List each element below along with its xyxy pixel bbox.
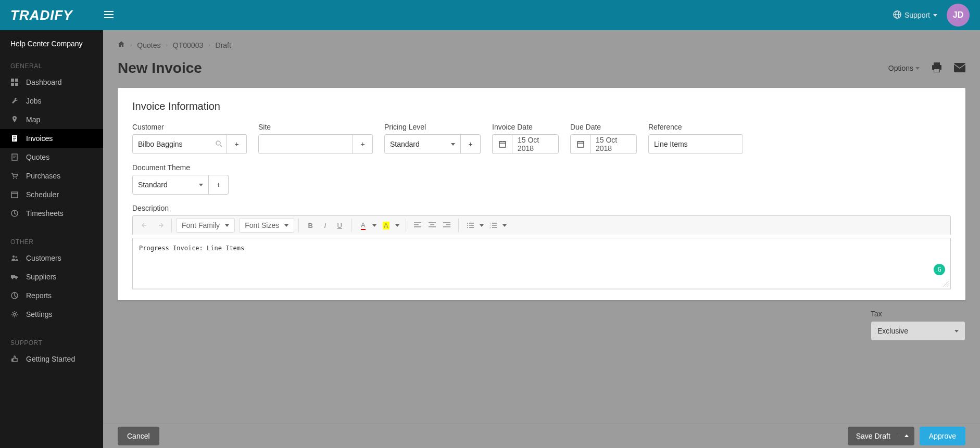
- sidebar-item-quotes[interactable]: Quotes: [0, 148, 103, 167]
- chevron-right-icon: ›: [166, 42, 167, 48]
- svg-point-26: [216, 141, 220, 145]
- sidebar-item-label: Invoices: [26, 134, 53, 143]
- search-icon: [215, 140, 222, 149]
- svg-rect-8: [12, 154, 17, 160]
- add-document-theme-button[interactable]: +: [209, 175, 229, 195]
- document-theme-label: Document Theme: [132, 163, 229, 172]
- number-list-dropdown[interactable]: [500, 218, 509, 233]
- description-textarea[interactable]: Progress Invoice: Line Items G: [132, 238, 951, 290]
- italic-button[interactable]: I: [318, 218, 332, 233]
- svg-rect-2: [11, 79, 14, 82]
- font-family-label: Font Family: [182, 221, 220, 229]
- piechart-icon: [10, 291, 19, 300]
- breadcrumb-quote-number[interactable]: QT00003: [173, 41, 203, 49]
- customer-value: Bilbo Baggins: [138, 140, 183, 148]
- due-date-input[interactable]: 15 Oct 2018: [570, 134, 637, 154]
- invoice-date-value: 15 Oct 2018: [512, 134, 559, 154]
- customer-input[interactable]: Bilbo Baggins: [132, 134, 227, 154]
- sidebar-item-reports[interactable]: Reports: [0, 286, 103, 305]
- add-site-button[interactable]: +: [353, 134, 373, 154]
- pricing-level-select[interactable]: Standard: [384, 134, 461, 154]
- highlight-button[interactable]: A: [379, 218, 393, 233]
- sidebar-item-timesheets[interactable]: Timesheets: [0, 204, 103, 223]
- email-icon[interactable]: [954, 63, 965, 74]
- sidebar-item-label: Dashboard: [26, 78, 62, 86]
- align-right-button[interactable]: [439, 218, 454, 233]
- invoice-date-input[interactable]: 15 Oct 2018: [492, 134, 559, 154]
- document-theme-select[interactable]: Standard: [132, 175, 209, 195]
- save-draft-dropdown[interactable]: [899, 434, 914, 437]
- grammarly-icon[interactable]: G: [934, 264, 945, 275]
- underline-button[interactable]: U: [332, 218, 347, 233]
- bullet-list-dropdown[interactable]: [478, 218, 486, 233]
- tax-label: Tax: [871, 310, 965, 318]
- reference-input[interactable]: Line Items: [648, 134, 743, 154]
- cancel-button[interactable]: Cancel: [118, 427, 159, 445]
- font-family-select[interactable]: Font Family: [176, 218, 235, 233]
- sidebar-item-scheduler[interactable]: Scheduler: [0, 185, 103, 204]
- support-menu[interactable]: Support: [893, 10, 937, 20]
- approve-button[interactable]: Approve: [920, 427, 965, 445]
- customer-label: Customer: [132, 123, 247, 131]
- svg-rect-4: [11, 83, 14, 86]
- sidebar-item-settings[interactable]: Settings: [0, 305, 103, 324]
- number-list-button[interactable]: 123: [486, 218, 500, 233]
- sidebar-section-general: GENERAL: [0, 57, 103, 73]
- tax-select[interactable]: Exclusive: [871, 321, 965, 341]
- breadcrumb-quotes[interactable]: Quotes: [137, 41, 160, 49]
- svg-rect-21: [934, 62, 940, 65]
- home-icon[interactable]: [118, 41, 125, 49]
- sidebar-section-other: OTHER: [0, 233, 103, 249]
- chevron-down-icon: [480, 224, 484, 227]
- save-draft-label: Save Draft: [848, 432, 899, 440]
- print-icon[interactable]: [931, 62, 943, 74]
- font-size-select[interactable]: Font Sizes: [239, 218, 294, 233]
- save-draft-button[interactable]: Save Draft: [848, 427, 914, 445]
- invoice-information-card: Invoice Information Customer Bilbo Baggi…: [118, 88, 965, 300]
- main-content: › Quotes › QT00003 › Draft New Invoice O…: [103, 30, 980, 448]
- bullet-list-button[interactable]: [463, 218, 478, 233]
- site-input[interactable]: [258, 134, 353, 154]
- svg-point-17: [16, 278, 17, 279]
- sidebar-item-map[interactable]: Map: [0, 110, 103, 129]
- sidebar-item-purchases[interactable]: Purchases: [0, 167, 103, 185]
- sidebar-item-getting-started[interactable]: Getting Started: [0, 350, 103, 368]
- description-label: Description: [132, 204, 951, 212]
- resize-handle-icon[interactable]: [943, 280, 949, 287]
- text-color-button[interactable]: A: [356, 218, 370, 233]
- chevron-up-icon: [904, 434, 909, 437]
- undo-button[interactable]: [138, 218, 153, 233]
- company-name: Help Center Company: [0, 30, 103, 57]
- sidebar-item-label: Map: [26, 116, 40, 124]
- redo-button[interactable]: [153, 218, 167, 233]
- options-menu[interactable]: Options: [888, 64, 920, 72]
- sidebar-item-jobs[interactable]: Jobs: [0, 92, 103, 110]
- tax-value: Exclusive: [877, 327, 908, 335]
- menu-toggle-icon[interactable]: [104, 10, 114, 21]
- chevron-down-icon: [225, 224, 229, 227]
- sidebar-item-customers[interactable]: Customers: [0, 249, 103, 267]
- sidebar-item-label: Quotes: [26, 153, 49, 161]
- svg-point-30: [467, 225, 468, 226]
- text-color-dropdown[interactable]: [370, 218, 379, 233]
- align-center-button[interactable]: [425, 218, 439, 233]
- sidebar-item-suppliers[interactable]: Suppliers: [0, 267, 103, 286]
- support-label: Support: [904, 11, 930, 19]
- user-avatar[interactable]: JD: [947, 4, 970, 27]
- svg-rect-20: [11, 359, 13, 362]
- bold-button[interactable]: B: [303, 218, 318, 233]
- highlight-dropdown[interactable]: [393, 218, 401, 233]
- svg-rect-15: [11, 275, 15, 278]
- calendar-icon: [570, 134, 590, 154]
- chevron-right-icon: ›: [208, 42, 210, 48]
- sidebar-item-dashboard[interactable]: Dashboard: [0, 73, 103, 92]
- svg-rect-24: [934, 69, 939, 72]
- sidebar-item-label: Jobs: [26, 97, 42, 105]
- sidebar-item-label: Timesheets: [26, 209, 64, 217]
- sidebar-section-support: SUPPORT: [0, 334, 103, 350]
- add-customer-button[interactable]: +: [227, 134, 247, 154]
- align-left-button[interactable]: [410, 218, 425, 233]
- add-pricing-level-button[interactable]: +: [461, 134, 481, 154]
- svg-point-6: [14, 118, 16, 119]
- sidebar-item-invoices[interactable]: Invoices: [0, 129, 103, 148]
